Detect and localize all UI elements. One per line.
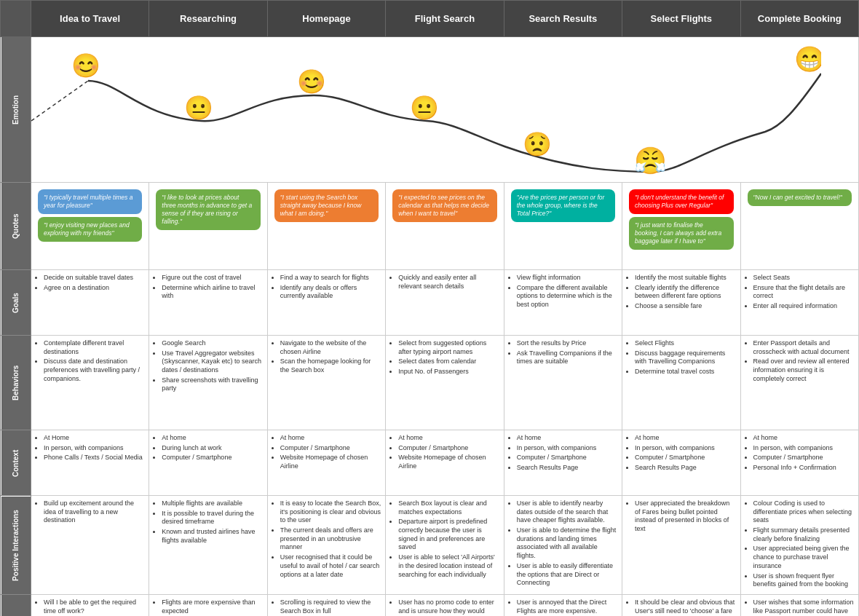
context-item: Computer / Smartphone — [635, 454, 736, 462]
context-item: At home — [753, 434, 855, 443]
pain-complete-booking: User wishes that some information like P… — [740, 594, 858, 616]
quotes-homepage: "I start using the Search box straight a… — [267, 183, 385, 270]
behavior-item: Determine total travel costs — [635, 368, 736, 376]
quotes-search-results: "Are the prices per person or for the wh… — [504, 183, 622, 270]
pain-flight-search: User has no promo code to enter and is u… — [386, 594, 504, 616]
behavior-item: Read over and review all entered informa… — [753, 358, 855, 383]
goals-researching: Figure out the cost of travelDetermine w… — [149, 270, 267, 336]
quote-complete-booking-1: "Now I can get excited to travel!" — [748, 189, 852, 206]
goals-homepage: Find a way to search for flightsIdentify… — [267, 270, 385, 336]
behavior-item: Sort the results by Price — [517, 339, 618, 348]
positive-item: The current deals and offers are present… — [280, 526, 381, 552]
goal-item: Compare the different available options … — [517, 284, 618, 309]
quote-homepage-1: "I start using the Search box straight a… — [274, 189, 379, 222]
context-item: At home — [280, 434, 381, 443]
positive-item: Build up excitement around the idea of t… — [44, 499, 145, 525]
goal-item: View flight information — [517, 274, 618, 283]
context-item: In person, with companions — [753, 444, 855, 453]
quote-idea-1: "I typically travel multiple times a yea… — [38, 189, 142, 214]
pain-item: User has no promo code to enter and is u… — [398, 599, 499, 616]
behavior-item: Select from suggested options after typi… — [398, 339, 499, 356]
behavior-item: Select Flights — [635, 339, 736, 348]
goal-item: Choose a sensible fare — [635, 302, 736, 311]
quote-search-results-1: "Are the prices per person or for the wh… — [511, 189, 615, 222]
pain-points-row: Pain Points Will I be able to get the re… — [1, 594, 859, 616]
context-select-flights: At homeIn person, with companionsCompute… — [622, 430, 740, 496]
col-header-researching: Researching — [149, 1, 267, 37]
behavior-item: Share screenshots with travelling party — [162, 376, 263, 393]
quote-researching-1: "I like to look at prices about three mo… — [156, 189, 260, 230]
goal-item: Select Seats — [753, 274, 855, 283]
behaviors-homepage: Navigate to the website of the chosen Ai… — [267, 336, 385, 430]
col-header-homepage: Homepage — [267, 1, 385, 37]
pain-select-flights: It should be clear and obvious that User… — [622, 594, 740, 616]
context-item: Computer / Smartphone — [398, 444, 499, 453]
emotion-label: Emotion — [1, 37, 31, 183]
context-item: In person, with companions — [44, 444, 145, 453]
positive-flight-search: Search Box layout is clear and matches e… — [386, 496, 504, 595]
behavior-item: Use Travel Aggregator websites (Skyscann… — [162, 350, 263, 375]
context-item: At home — [162, 434, 263, 443]
positive-search-results: User is able to identify nearby dates ou… — [504, 496, 622, 595]
journey-map-table: Idea to Travel Researching Homepage Flig… — [0, 0, 859, 616]
context-flight-search: At homeComputer / SmartphoneWebsite Home… — [386, 430, 504, 496]
goal-item: Figure out the cost of travel — [162, 274, 263, 283]
goals-idea: Decide on suitable travel datesAgree on … — [31, 270, 149, 336]
positive-item: User is able to select 'All Airports' in… — [398, 553, 499, 579]
behavior-item: Scan the homepage looking for the Search… — [280, 358, 381, 374]
quote-select-flights-2: "I just want to finalise the booking, I … — [629, 217, 733, 250]
positive-item: User is shown frequent flyer benefits ga… — [753, 572, 855, 589]
emoji-homepage: 😊 — [297, 68, 326, 95]
emotion-dash-start — [31, 81, 88, 121]
emoji-search-results: 😟 — [523, 130, 552, 158]
context-researching: At homeDuring lunch at workComputer / Sm… — [149, 430, 267, 496]
goal-item: Enter all required information — [753, 302, 855, 311]
context-item: Computer / Smartphone — [280, 444, 381, 453]
goal-item: Determine which airline to travel with — [162, 284, 263, 301]
context-label: Context — [1, 430, 31, 496]
behaviors-select-flights: Select FlightsDiscuss baggage requiremen… — [622, 336, 740, 430]
behaviors-idea: Contemplate different travel destination… — [31, 336, 149, 430]
positive-idea: Build up excitement around the idea of t… — [31, 496, 149, 595]
emotion-curve: 😊 😐 😊 😐 😟 😤 😁 — [31, 37, 821, 183]
quotes-label: Quotes — [1, 183, 31, 270]
behavior-item: Navigate to the website of the chosen Ai… — [280, 339, 381, 356]
pain-item: User wishes that some information like P… — [753, 599, 855, 616]
context-item: Personal Info + Confirmation — [753, 464, 855, 473]
behavior-item: Enter Passport details and crosscheck wi… — [753, 339, 855, 356]
behaviors-row: Behaviors Contemplate different travel d… — [1, 336, 859, 430]
behavior-item: Select dates from calendar — [398, 358, 499, 366]
positive-item: User is able to easily differentiate the… — [517, 562, 618, 588]
positive-item: User recognised that it could be useful … — [280, 553, 381, 579]
behaviors-label: Behaviors — [1, 336, 31, 430]
positive-interactions-label: Positive Interactions — [1, 496, 31, 595]
goal-item: Identify any deals or offers currently a… — [280, 284, 381, 301]
context-item: During lunch at work — [162, 444, 263, 453]
goals-flight-search: Quickly and easily enter all relevant se… — [386, 270, 504, 336]
positive-item: Search Box layout is clear and matches e… — [398, 499, 499, 516]
context-item: Website Homepage of chosen Airline — [398, 454, 499, 470]
goal-item: Identify the most suitable flights — [635, 274, 736, 283]
context-item: Computer / Smartphone — [517, 454, 618, 462]
behavior-item: Google Search — [162, 339, 263, 348]
quotes-select-flights: "I don't understand the benefit of choos… — [622, 183, 740, 270]
pain-item: It should be clear and obvious that User… — [635, 599, 736, 616]
goal-item: Find a way to search for flights — [280, 274, 381, 283]
pain-search-results: User is annoyed that the Direct Flights … — [504, 594, 622, 616]
pain-researching: Flights are more expensive than expected — [149, 594, 267, 616]
context-item: In person, with companions — [635, 444, 736, 453]
pain-item: User is annoyed that the Direct Flights … — [517, 599, 618, 615]
pain-item: Scrolling is required to view the Search… — [280, 599, 381, 615]
goal-item: Decide on suitable travel dates — [44, 274, 145, 283]
context-complete-booking: At homeIn person, with companionsCompute… — [740, 430, 858, 496]
emotion-row: Emotion 😊 😐 😊 😐 😟 😤 — [1, 37, 859, 183]
positive-researching: Multiple flights are availableIt is poss… — [149, 496, 267, 595]
context-item: At home — [398, 434, 499, 443]
col-header-complete-booking: Complete Booking — [740, 1, 858, 37]
pain-points-label: Pain Points — [1, 594, 31, 616]
pain-item: Flights are more expensive than expected — [162, 599, 263, 615]
positive-select-flights: User appreciated the breakdown of Fares … — [622, 496, 740, 595]
col-header-search-results: Search Results — [504, 1, 622, 37]
quotes-flight-search: "I expected to see prices on the calenda… — [386, 183, 504, 270]
context-item: Computer / Smartphone — [753, 454, 855, 462]
